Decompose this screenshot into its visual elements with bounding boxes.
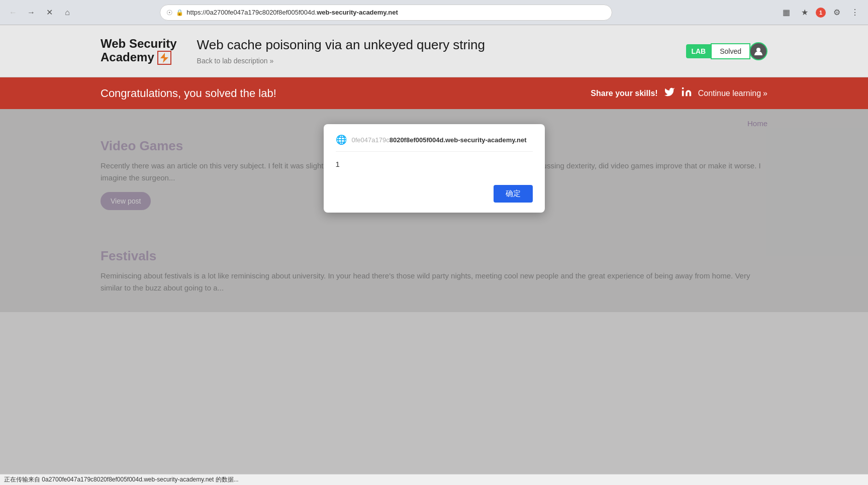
browser-chrome: ← → ✕ ⌂ ☉ 🔒 https://0a2700fe047a179c8020… (0, 0, 868, 25)
toolbar-right: ▦ ★ 1 ⚙ ⋮ (780, 6, 862, 20)
lab-badge: LAB (686, 44, 711, 58)
star-button[interactable]: ★ (798, 6, 812, 20)
dialog-url: 0fe047a179c8020f8ef005f004d.web-security… (352, 136, 527, 144)
address-bar[interactable]: ☉ 🔒 https://0a2700fe047a179c8020f8ef005f… (160, 5, 612, 21)
logo: Web Security Academy (101, 37, 177, 64)
back-to-lab-link[interactable]: Back to lab description » (197, 57, 666, 65)
menu-button[interactable]: ⋮ (848, 6, 862, 20)
svg-point-1 (756, 48, 760, 52)
dialog-content: 1 (336, 160, 533, 175)
dialog-header: 🌐 0fe047a179c8020f8ef005f004d.web-securi… (336, 134, 533, 152)
page-header: Web Security Academy Web cache poisoning… (0, 25, 868, 77)
extensions-button[interactable]: ⚙ (830, 6, 844, 20)
lab-info: Web cache poisoning via an unkeyed query… (197, 37, 666, 65)
share-section: Share your skills! Continue learning » (591, 86, 767, 100)
lab-avatar (749, 42, 767, 60)
lab-solved-text: Solved (711, 43, 750, 59)
lab-status: LAB Solved (686, 42, 767, 60)
address-text: https://0a2700fe047a179c8020f8ef005f004d… (186, 9, 398, 16)
qr-button[interactable]: ▦ (780, 6, 794, 20)
logo-icon (157, 51, 171, 65)
svg-marker-0 (160, 53, 168, 63)
dialog-ok-button[interactable]: 确定 (494, 185, 533, 203)
shield-icon: ☉ (166, 9, 173, 17)
linkedin-button[interactable] (681, 86, 692, 100)
home-button[interactable]: ⌂ (60, 6, 74, 20)
globe-icon: 🌐 (336, 134, 347, 145)
continue-learning-button[interactable]: Continue learning » (698, 89, 767, 98)
reload-button[interactable]: ✕ (42, 6, 56, 20)
svg-point-2 (682, 87, 684, 89)
dialog-footer: 确定 (336, 185, 533, 203)
back-button[interactable]: ← (6, 6, 20, 20)
forward-button[interactable]: → (24, 6, 38, 20)
lock-icon: 🔒 (176, 9, 183, 16)
status-text: 正在传输来自 0a2700fe047a179c8020f8ef005f004d.… (4, 475, 239, 484)
congrats-text: Congratulations, you solved the lab! (101, 87, 591, 100)
dialog-overlay: 🌐 0fe047a179c8020f8ef005f004d.web-securi… (0, 109, 868, 312)
congrats-banner: Congratulations, you solved the lab! Sha… (0, 77, 868, 109)
logo-line2: Academy (101, 51, 154, 64)
page-content: Home Video Games Recently there was an a… (0, 109, 868, 312)
notification-badge: 1 (816, 8, 826, 18)
logo-row: Academy (101, 51, 177, 65)
lab-title: Web cache poisoning via an unkeyed query… (197, 37, 666, 53)
twitter-button[interactable] (664, 86, 675, 100)
alert-dialog: 🌐 0fe047a179c8020f8ef005f004d.web-securi… (324, 124, 545, 213)
share-label: Share your skills! (591, 89, 657, 98)
logo-line1: Web Security (101, 37, 177, 50)
status-bar: 正在传输来自 0a2700fe047a179c8020f8ef005f004d.… (0, 474, 868, 485)
